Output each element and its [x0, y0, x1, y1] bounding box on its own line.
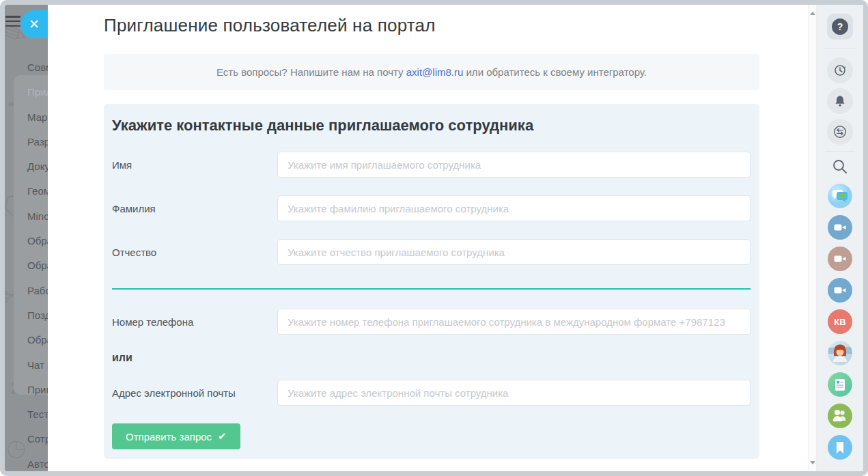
help-button[interactable]: ?	[827, 14, 853, 40]
last-name-input[interactable]	[277, 195, 751, 221]
sidebar-menu: Совм Прил Мар Разр Доку Геом Minc Обра О…	[27, 55, 48, 471]
middle-name-label: Отчество	[112, 247, 277, 258]
app-window: ✎ ✚ ⬡ ✂ 24 ◷ ✕ Совм Прил Мар Разр Доку Г…	[0, 0, 868, 476]
sidebar-item[interactable]: Чат п	[27, 353, 48, 378]
video-call-avatar[interactable]	[828, 247, 852, 271]
email-input[interactable]	[277, 380, 751, 406]
sidebar-item[interactable]: Прил	[27, 80, 48, 104]
info-text-prefix: Есть вопросы? Напишите нам на почту	[216, 66, 406, 78]
email-label: Адрес электронной почты	[112, 387, 277, 399]
form-row: Адрес электронной почты	[112, 380, 751, 406]
check-icon: ✔	[218, 430, 227, 443]
info-banner: Есть вопросы? Напишите нам на почту axit…	[104, 54, 759, 90]
menu-toggle-button[interactable]	[5, 16, 20, 27]
people-avatar[interactable]	[828, 404, 852, 428]
page-title: Приглашение пользователей на портал	[104, 15, 759, 36]
close-icon: ✕	[29, 16, 40, 32]
left-sidebar: ✎ ✚ ⬡ ✂ 24 ◷ ✕ Совм Прил Мар Разр Доку Г…	[5, 5, 48, 471]
form-heading: Укажите контактные данные приглашаемого …	[112, 116, 751, 135]
invite-form-panel: Укажите контактные данные приглашаемого …	[104, 104, 759, 459]
video-call-avatar[interactable]	[828, 278, 852, 303]
rail-divider	[825, 151, 855, 152]
chat-bubbles-avatar[interactable]	[828, 184, 852, 208]
chat-bubbles-icon	[828, 184, 852, 208]
video-camera-icon	[832, 220, 848, 235]
scroll-up-arrow[interactable]	[810, 12, 815, 15]
form-row: Отчество	[112, 239, 751, 265]
sidebar-item[interactable]: Рабо	[27, 279, 48, 303]
video-camera-icon	[832, 283, 848, 298]
support-email-link[interactable]: axit@lim8.ru	[406, 66, 464, 78]
history-icon	[833, 64, 847, 77]
form-row: Имя	[112, 152, 751, 178]
sidebar-item[interactable]: Совм	[27, 55, 48, 80]
middle-name-input[interactable]	[277, 239, 751, 265]
phone-label: Номер телефона	[112, 316, 277, 328]
section-divider	[112, 288, 751, 290]
photo-avatar[interactable]	[828, 341, 852, 365]
bookmark-avatar[interactable]	[828, 435, 852, 460]
sidebar-item[interactable]: Обра	[27, 328, 48, 352]
first-name-input[interactable]	[277, 152, 751, 178]
video-camera-icon	[832, 251, 848, 266]
form-row: Фамилия	[112, 195, 751, 221]
right-toolbar: ?	[817, 5, 863, 471]
document-icon	[828, 372, 852, 397]
form-row: Номер телефона	[112, 309, 751, 335]
info-text-suffix: или обратитесь к своему интегратору.	[463, 66, 647, 78]
last-name-label: Фамилия	[112, 203, 277, 214]
sidebar-item[interactable]: Позд	[27, 303, 48, 328]
search-button[interactable]	[830, 156, 850, 177]
sidebar-item[interactable]: Тесто	[27, 402, 48, 427]
sidebar-item[interactable]: Авто	[27, 452, 48, 471]
video-call-avatar[interactable]	[828, 215, 852, 240]
sidebar-item[interactable]: Разр	[27, 130, 48, 154]
news-avatar[interactable]	[828, 372, 852, 397]
scrollbar[interactable]	[808, 5, 817, 471]
submit-button[interactable]: Отправить запрос ✔	[112, 423, 240, 449]
woman-photo-icon	[828, 341, 852, 365]
initials-avatar[interactable]: КВ	[828, 309, 852, 334]
invite-modal: Приглашение пользователей на портал Есть…	[48, 5, 808, 471]
bell-icon	[833, 94, 847, 108]
help-icon: ?	[832, 18, 848, 35]
history-button[interactable]	[827, 57, 853, 83]
hamburger-icon	[5, 16, 20, 18]
scroll-down-arrow[interactable]	[810, 461, 815, 464]
close-menu-button[interactable]: ✕	[20, 10, 48, 38]
search-icon	[831, 158, 849, 176]
sidebar-item[interactable]: Обра	[27, 253, 48, 278]
or-label: или	[112, 351, 751, 365]
chat-toggle-button[interactable]	[827, 119, 853, 145]
notifications-button[interactable]	[827, 88, 853, 114]
sidebar-item[interactable]: Мар	[27, 105, 48, 130]
phone-input[interactable]	[277, 309, 751, 335]
rail-divider	[825, 48, 855, 48]
bookmark-icon	[828, 435, 852, 460]
sidebar-item[interactable]: Сотр	[27, 427, 48, 451]
sidebar-item[interactable]: Minc	[27, 204, 48, 229]
sidebar-item[interactable]: Обра	[27, 229, 48, 253]
sidebar-item[interactable]: Доку	[27, 154, 48, 179]
submit-label: Отправить запрос	[126, 431, 212, 443]
first-name-label: Имя	[112, 159, 277, 171]
people-icon	[828, 404, 852, 428]
sidebar-item[interactable]: Приг	[27, 378, 48, 402]
avatar-initials: КВ	[834, 317, 845, 327]
chat-toggle-icon	[832, 124, 848, 139]
sidebar-item[interactable]: Геом	[27, 179, 48, 204]
